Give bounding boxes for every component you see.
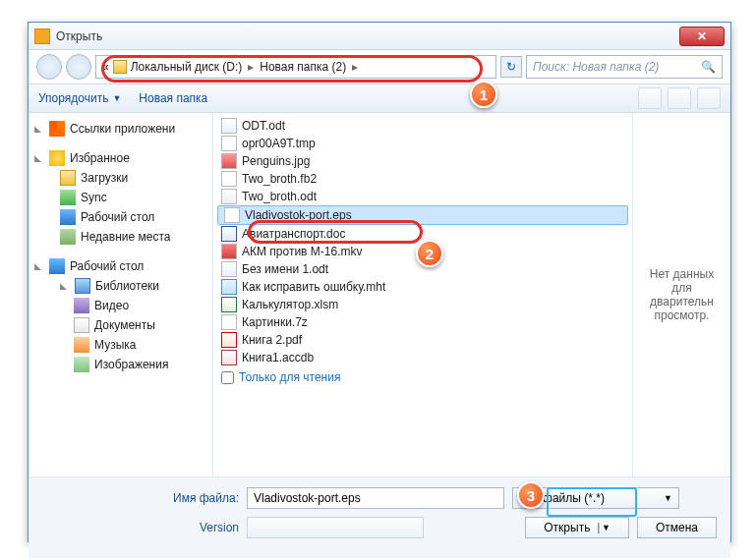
filetype-dropdown[interactable]: Все файлы (*.*)▼: [512, 487, 679, 509]
recent-icon: [60, 229, 76, 245]
file-item[interactable]: Картинки.7z: [215, 313, 630, 331]
forward-button[interactable]: [66, 54, 91, 80]
file-item[interactable]: Vladivostok-port.eps: [217, 205, 628, 225]
sidebar-downloads[interactable]: Загрузки: [32, 168, 208, 188]
bottom-panel: Имя файла: Vladivostok-port.eps Все файл…: [29, 476, 730, 558]
file-name: Авиатранспорт.doc: [242, 227, 345, 241]
file-name: Книга 2.pdf: [242, 333, 302, 347]
drive-icon: [113, 60, 127, 74]
sidebar-videos[interactable]: Видео: [32, 296, 208, 315]
address-bar[interactable]: « Локальный диск (D:) ▸ Новая папка (2) …: [95, 55, 496, 79]
file-name: ODT.odt: [242, 119, 285, 133]
chevron-down-icon: ▼: [664, 493, 672, 503]
file-item[interactable]: opr00A9T.tmp: [215, 135, 630, 152]
new-folder-button[interactable]: Новая папка: [139, 91, 207, 105]
file-item[interactable]: Авиатранспорт.doc: [215, 225, 630, 243]
folder-icon: [60, 170, 76, 186]
sidebar-recent[interactable]: Недавние места: [32, 227, 208, 247]
file-list[interactable]: ODT.odtopr00A9T.tmpPenguins.jpgTwo_broth…: [213, 113, 632, 476]
file-item[interactable]: Калькулятор.xlsm: [215, 296, 630, 313]
file-icon: [221, 279, 237, 295]
dialog-body: ◣Ссылки приложени ◣Избранное Загрузки Sy…: [29, 113, 730, 476]
file-name: Калькулятор.xlsm: [242, 298, 338, 311]
search-icon: 🔍: [701, 60, 716, 74]
file-item[interactable]: Penguins.jpg: [215, 152, 630, 170]
sidebar-sync[interactable]: Sync: [32, 188, 208, 207]
chevron-down-icon: ▼: [112, 93, 121, 103]
preview-pane: Нет данных для дварительн просмотр.: [632, 113, 730, 476]
search-placeholder: Поиск: Новая папка (2): [533, 60, 659, 74]
file-icon: [221, 189, 237, 204]
sidebar-documents[interactable]: Документы: [32, 315, 208, 335]
cancel-button[interactable]: Отмена: [637, 517, 717, 538]
breadcrumb-folder[interactable]: Новая папка (2): [260, 60, 346, 74]
file-item[interactable]: Two_broth.odt: [215, 188, 630, 205]
open-button[interactable]: Открыть│▼: [525, 517, 629, 538]
music-icon: [74, 337, 89, 353]
refresh-icon: ↻: [506, 60, 516, 74]
file-icon: [221, 297, 237, 312]
file-icon: [221, 261, 237, 277]
file-name: АКМ против М-16.mkv: [242, 245, 362, 258]
file-item[interactable]: Без имени 1.odt: [215, 260, 630, 278]
chevron-down-icon: │▼: [596, 523, 611, 532]
file-name: Two_broth.fb2: [242, 172, 317, 186]
help-button[interactable]: [697, 87, 721, 109]
titlebar: Открыть ✕: [29, 23, 730, 50]
file-item[interactable]: Книга1.accdb: [215, 349, 630, 366]
file-icon: [221, 153, 237, 169]
file-name: Two_broth.odt: [242, 190, 317, 203]
toolbar: Упорядочить▼ Новая папка: [29, 84, 730, 113]
sidebar-favorites[interactable]: ◣Избранное: [32, 148, 208, 168]
file-icon: [221, 136, 237, 151]
file-item[interactable]: АКМ против М-16.mkv: [215, 243, 630, 260]
search-input[interactable]: Поиск: Новая папка (2) 🔍: [526, 55, 723, 79]
filename-input[interactable]: Vladivostok-port.eps: [247, 487, 504, 509]
image-icon: [74, 357, 89, 372]
file-name: Как исправить ошибку.mht: [242, 280, 385, 294]
sidebar-desktop2[interactable]: ◣Рабочий стол: [32, 256, 208, 276]
sidebar-music[interactable]: Музыка: [32, 335, 208, 355]
preview-pane-button[interactable]: [668, 87, 691, 109]
file-icon: [221, 350, 237, 365]
file-item[interactable]: Two_broth.fb2: [215, 170, 630, 188]
chevron-right-icon: ▸: [352, 60, 358, 74]
sidebar-libraries[interactable]: ◣Библиотеки: [32, 276, 208, 296]
chevron-right-icon: ▸: [248, 60, 254, 74]
window-title: Открыть: [56, 29, 679, 43]
sidebar-images[interactable]: Изображения: [32, 355, 208, 374]
file-name: Картинки.7z: [242, 315, 308, 329]
file-icon: [221, 171, 237, 187]
organize-menu[interactable]: Упорядочить▼: [38, 91, 121, 105]
readonly-checkbox-row: Только для чтения: [215, 366, 630, 388]
version-dropdown[interactable]: [247, 517, 424, 538]
file-item[interactable]: ODT.odt: [215, 117, 630, 135]
sidebar-desktop[interactable]: Рабочий стол: [32, 207, 208, 227]
app-icon: [34, 28, 50, 44]
file-name: Без имени 1.odt: [242, 262, 328, 276]
back-button[interactable]: [36, 54, 62, 80]
libraries-icon: [75, 278, 90, 294]
readonly-label: Только для чтения: [239, 370, 340, 384]
file-icon: [221, 226, 237, 242]
sidebar-app-links[interactable]: ◣Ссылки приложени: [32, 119, 208, 139]
close-button[interactable]: ✕: [679, 27, 725, 46]
view-mode-button[interactable]: [638, 87, 662, 109]
breadcrumb-drive[interactable]: Локальный диск (D:): [131, 60, 243, 74]
file-icon: [221, 314, 237, 330]
open-dialog: Открыть ✕ « Локальный диск (D:) ▸ Новая …: [28, 22, 731, 542]
file-icon: [221, 332, 237, 348]
sidebar: ◣Ссылки приложени ◣Избранное Загрузки Sy…: [29, 113, 213, 476]
video-icon: [74, 298, 89, 313]
file-name: opr00A9T.tmp: [242, 137, 316, 150]
file-icon: [221, 118, 237, 134]
file-item[interactable]: Книга 2.pdf: [215, 331, 630, 349]
file-item[interactable]: Как исправить ошибку.mht: [215, 278, 630, 296]
vlc-icon: [49, 121, 65, 137]
breadcrumb-prefix: «: [102, 60, 109, 74]
file-icon: [224, 207, 240, 223]
refresh-button[interactable]: ↻: [500, 56, 522, 78]
sync-icon: [60, 190, 76, 205]
readonly-checkbox[interactable]: [221, 371, 234, 384]
star-icon: [49, 150, 65, 166]
